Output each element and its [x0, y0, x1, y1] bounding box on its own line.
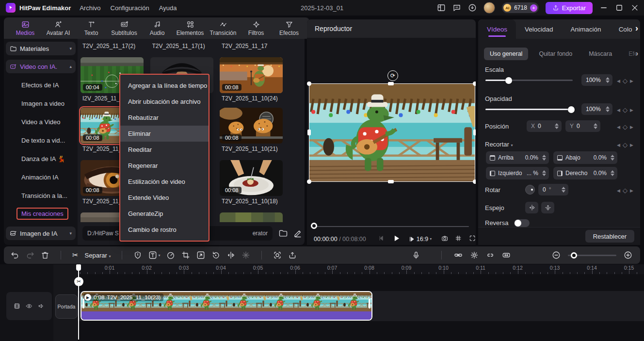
record-voice-icon[interactable]	[412, 251, 420, 260]
media-thumbnail[interactable]: 00:08	[220, 57, 283, 93]
subtab-máscara[interactable]: Máscara	[583, 48, 618, 60]
sidebar-item-mis-creaciones[interactable]: Mis creaciones	[16, 208, 68, 220]
context-menu-item-eliminar[interactable]: Eliminar	[120, 126, 209, 142]
crop-bottom-field[interactable]: Abajo0.0%	[553, 151, 617, 164]
rotate-value-field[interactable]: 0°	[538, 184, 568, 195]
context-menu-item-cambio-de-rostro[interactable]: Cambio de rostro	[120, 222, 209, 238]
sidebar-item-danza-de-ia-[interactable]: Danza de IA 💃	[21, 155, 65, 162]
crop-tool-icon[interactable]	[181, 251, 190, 260]
nav-item-avatar-ai[interactable]: Avatar AI	[42, 20, 75, 36]
scale-keyframe-controls[interactable]: ◀◇▶	[617, 77, 633, 84]
rotate-stepper[interactable]	[562, 187, 565, 193]
edit-pencil-icon[interactable]	[293, 228, 303, 238]
magnet-snap-icon[interactable]	[470, 251, 479, 260]
sidebar-item-transici-n-a-la-[interactable]: Transición a la...	[21, 192, 67, 199]
speed-icon[interactable]	[166, 251, 175, 260]
step-back-icon[interactable]	[378, 235, 385, 243]
track-mute-icon[interactable]	[38, 303, 45, 309]
export-clip-icon[interactable]	[288, 251, 297, 260]
tab-velocidad[interactable]: Velocidad	[516, 19, 562, 39]
clip-trim-right[interactable]	[369, 299, 370, 309]
seek-thumb[interactable]	[311, 223, 317, 229]
fit-timeline-icon[interactable]	[502, 251, 511, 260]
crop-left-stepper[interactable]	[542, 170, 546, 176]
crop-top-field[interactable]: Arriba0.0%	[486, 151, 549, 164]
rotate-knob[interactable]	[525, 185, 535, 195]
opacity-value[interactable]: 100%	[581, 103, 612, 115]
face-track-icon[interactable]	[273, 251, 282, 260]
sidebar-item-imagen-a-video[interactable]: Imagen a video	[21, 100, 64, 107]
timeline-zoom-slider[interactable]	[568, 255, 616, 256]
zoom-in-icon[interactable]	[624, 251, 632, 260]
rotate-handle-icon[interactable]: ⟳	[387, 70, 398, 81]
sidebar-item-efectos-de-ia[interactable]: Efectos de IA	[21, 81, 59, 89]
scale-slider[interactable]	[485, 80, 573, 81]
nav-item-medios[interactable]: Medios	[9, 20, 42, 36]
undo-icon[interactable]	[11, 251, 19, 260]
subtab-uso-general[interactable]: Uso general	[484, 48, 528, 60]
cover-button[interactable]: Portada	[55, 294, 78, 319]
split-scissors-icon[interactable]: ✂	[72, 251, 79, 260]
clip-trim-left[interactable]	[82, 299, 84, 309]
redo-icon[interactable]	[26, 251, 34, 260]
sidebar-group-materiales[interactable]: Materiales▾	[6, 42, 76, 55]
crop-top-stepper[interactable]	[542, 155, 546, 161]
reverse-toggle[interactable]	[514, 219, 530, 227]
mirror-tool-icon[interactable]	[226, 251, 235, 260]
opacity-stepper[interactable]	[606, 106, 610, 112]
opacity-keyframe-controls[interactable]: ◀◇▶	[617, 106, 633, 114]
tabs-scroll-chevron-icon[interactable]: ›	[635, 23, 638, 33]
minimize-button[interactable]	[599, 3, 608, 12]
nav-item-audio[interactable]: Audio	[141, 20, 174, 36]
seek-bar[interactable]	[314, 226, 469, 227]
context-menu-item-abrir-ubicaci-n-de-archivo[interactable]: Abrir ubicación de archivo	[120, 94, 209, 110]
sidebar-group-video-con-ia-[interactable]: Video con IA.▴	[6, 60, 76, 73]
crop-bottom-stepper[interactable]	[611, 155, 614, 161]
reset-button[interactable]: Restablecer	[585, 230, 634, 243]
marker-icon[interactable]	[133, 251, 142, 260]
video-preview[interactable]	[309, 83, 475, 182]
x-stepper[interactable]	[555, 123, 559, 129]
credits-badge[interactable]: AI 6718 +	[502, 2, 539, 13]
nav-item-efectos[interactable]: Efectos	[273, 20, 306, 36]
add-credits-button[interactable]: +	[530, 4, 537, 12]
link-clips-icon[interactable]	[454, 251, 463, 260]
aspect-ratio-selector[interactable]: 16:9 ▾	[408, 236, 432, 243]
nav-item-elementos[interactable]: Elementos	[174, 20, 207, 36]
open-folder-icon[interactable]	[278, 228, 288, 238]
context-menu-item-regenerar[interactable]: Regenerar	[120, 158, 209, 174]
nav-item-texto[interactable]: Texto	[75, 20, 108, 36]
position-keyframe-controls[interactable]: ◀◇▶	[617, 123, 633, 130]
crop-left-field[interactable]: Izquierdo... %	[486, 167, 549, 179]
freeze-frame-icon[interactable]	[242, 251, 250, 260]
fullscreen-icon[interactable]	[469, 235, 476, 243]
crop-keyframe-controls[interactable]: ◀◇▶	[617, 141, 633, 148]
context-menu-item-reeditar[interactable]: Reeditar	[120, 142, 209, 158]
menubar-item-1[interactable]: Configuración	[111, 4, 149, 12]
split-button[interactable]: Separar ▾	[85, 252, 111, 259]
sidebar-group-imagen-de-ia[interactable]: Imagen de IA▾	[6, 227, 76, 240]
sidebar-item-de-texto-a-vid-[interactable]: De texto a vid...	[21, 137, 65, 144]
playhead-flag[interactable]	[76, 264, 81, 271]
position-y-field[interactable]: Y0	[565, 120, 600, 132]
tab-animación[interactable]: Animación	[562, 19, 610, 39]
nav-item-transición[interactable]: Transición	[207, 20, 240, 36]
media-thumbnail-partial[interactable]	[220, 212, 283, 222]
crop-right-stepper[interactable]	[611, 170, 614, 176]
nav-item-filtros[interactable]: Filtros	[240, 20, 273, 36]
text-tool-icon[interactable]: ▾	[148, 251, 160, 260]
media-thumbnail[interactable]: 00:08	[220, 160, 283, 196]
zoom-out-icon[interactable]	[552, 251, 561, 260]
context-menu-item-estilizaci-n-de-video[interactable]: Estilización de video	[120, 174, 209, 190]
nav-item-subtítulos[interactable]: Subtítulos	[108, 20, 141, 36]
close-button[interactable]	[630, 3, 639, 12]
menubar-item-0[interactable]: Archivo	[80, 4, 100, 12]
maximize-button[interactable]	[615, 3, 624, 12]
mirror-vertical-button[interactable]	[541, 202, 554, 213]
media-thumbnail[interactable]: 00:08	[220, 108, 283, 144]
crop-label[interactable]: Recortar ▾	[485, 141, 513, 148]
reverse-play-icon[interactable]	[211, 251, 220, 260]
grid-icon[interactable]	[455, 235, 462, 243]
context-menu-item-agregar-a-la-l-nea-de-tiempo[interactable]: Agregar a la línea de tiempo	[120, 78, 209, 94]
scale-value[interactable]: 100%	[581, 74, 612, 86]
